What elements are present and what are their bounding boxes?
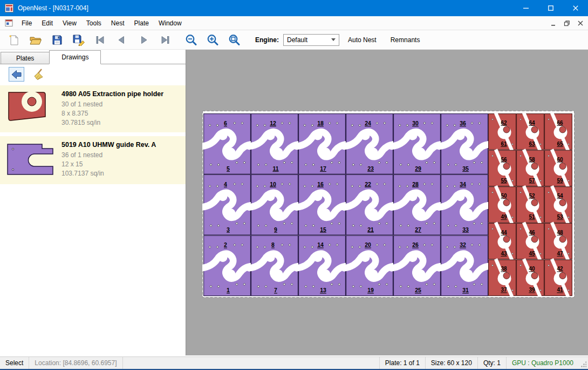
nest-part-pair-red[interactable]: 4645: [517, 223, 544, 260]
part-number: 63: [529, 141, 535, 147]
nest-part-pair-purple[interactable]: 2625: [392, 236, 442, 296]
nest-part-pair-purple[interactable]: 43: [202, 174, 252, 235]
new-button[interactable]: [6, 32, 22, 48]
save-as-button[interactable]: [71, 32, 87, 48]
last-plate-button[interactable]: [157, 32, 173, 48]
mdi-restore-icon: [564, 20, 570, 26]
minimize-button[interactable]: [514, 0, 538, 16]
nest-part-pair-red[interactable]: 4039: [517, 259, 544, 297]
broom-icon: [32, 68, 45, 81]
nest-part-pair-purple[interactable]: 2827: [392, 174, 442, 235]
nest-part-pair-purple[interactable]: 2221: [344, 174, 395, 235]
part-number: 38: [501, 266, 507, 272]
part-number: 50: [501, 193, 507, 199]
open-button[interactable]: [28, 32, 44, 48]
nest-part-pair-purple[interactable]: 3635: [439, 114, 490, 174]
zoom-in-button[interactable]: [205, 32, 221, 48]
nest-part-pair-red[interactable]: 3837: [489, 259, 516, 297]
resize-grip[interactable]: [579, 357, 588, 369]
part-thumbnail-4980: [5, 89, 56, 127]
engine-label: Engine:: [255, 36, 279, 44]
maximize-icon: [548, 5, 553, 11]
menu-plate[interactable]: Plate: [129, 17, 154, 30]
part-number: 7: [274, 287, 277, 293]
nest-part-pair-red[interactable]: 5049: [489, 186, 516, 224]
nest-part-pair-red[interactable]: 6261: [489, 113, 516, 151]
mdi-restore-button[interactable]: [561, 18, 573, 29]
drawing-item-5019[interactable]: 5019 A10 UHMW guide Rev. A 36 of 1 neste…: [0, 136, 186, 184]
nest-part-pair-red[interactable]: 6059: [545, 150, 572, 187]
nest-part-pair-purple[interactable]: 2423: [344, 114, 395, 174]
nest-part-pair-purple[interactable]: 21: [202, 236, 252, 296]
mdi-minimize-button[interactable]: [548, 18, 559, 29]
nest-part-pair-red[interactable]: 4443: [489, 223, 516, 260]
nest-part-pair-purple[interactable]: 2019: [344, 236, 395, 296]
save-button[interactable]: [49, 32, 65, 48]
plate-svg[interactable]: 6512111817242330293635431091615222128273…: [202, 111, 575, 298]
auto-nest-button[interactable]: Auto Nest: [343, 33, 382, 47]
menu-tools[interactable]: Tools: [81, 17, 106, 30]
part-thumbnail-5019: [5, 139, 56, 179]
part-number: 24: [365, 120, 371, 126]
previous-plate-button[interactable]: [114, 32, 130, 48]
nest-part-pair-red[interactable]: 4241: [545, 259, 572, 297]
menu-nest[interactable]: Nest: [106, 17, 129, 30]
part-number: 11: [272, 165, 278, 172]
part-number: 17: [320, 165, 326, 172]
red-part-core: [28, 97, 36, 106]
nest-part-pair-purple[interactable]: 109: [249, 174, 300, 235]
tab-plates[interactable]: Plates: [1, 52, 50, 64]
nest-canvas[interactable]: 6512111817242330293635431091615222128273…: [186, 50, 588, 355]
part-number: 43: [501, 251, 507, 257]
app-icon[interactable]: [5, 4, 13, 12]
part-number: 57: [529, 178, 535, 184]
send-to-nest-button[interactable]: [9, 67, 24, 82]
nest-part-pair-purple[interactable]: 65: [202, 114, 252, 174]
part-number: 10: [270, 181, 276, 187]
remnants-button[interactable]: Remnants: [385, 33, 426, 47]
drawing-title: 4980 A05 Extraction pipe holder: [61, 90, 163, 98]
drawing-item-4980[interactable]: 4980 A05 Extraction pipe holder 30 of 1 …: [0, 85, 186, 132]
nest-part-pair-purple[interactable]: 1817: [297, 114, 347, 174]
nest-part-pair-purple[interactable]: 3231: [439, 236, 490, 296]
first-plate-button[interactable]: [92, 32, 108, 48]
zoom-out-icon: [184, 33, 199, 46]
part-number: 53: [557, 214, 563, 220]
engine-value: Default: [287, 36, 307, 44]
menu-edit[interactable]: Edit: [37, 17, 58, 30]
arrow-left-icon: [11, 69, 23, 80]
close-button[interactable]: [563, 0, 588, 16]
nest-part-pair-red[interactable]: 5251: [517, 186, 544, 224]
nest-part-pair-red[interactable]: 4847: [545, 223, 572, 260]
nest-part-pair-purple[interactable]: 87: [249, 236, 300, 296]
window-title: OpenNest - [N0317-004]: [18, 4, 88, 12]
engine-select[interactable]: Default: [283, 34, 339, 46]
menu-file[interactable]: File: [17, 17, 37, 30]
part-number: 25: [415, 287, 421, 293]
document-icon[interactable]: [5, 19, 13, 27]
nest-part-pair-purple[interactable]: 1413: [297, 236, 347, 296]
main-area: Plates Drawings: [0, 50, 588, 355]
menu-window[interactable]: Window: [154, 17, 187, 30]
mdi-close-button[interactable]: [575, 18, 586, 29]
part-number: 22: [365, 181, 371, 187]
next-plate-button[interactable]: [135, 32, 152, 48]
nest-part-pair-purple[interactable]: 1615: [297, 174, 347, 235]
nest-part-pair-purple[interactable]: 3433: [439, 174, 490, 235]
zoom-out-button[interactable]: [183, 32, 200, 48]
tab-drawings[interactable]: Drawings: [49, 50, 101, 64]
open-folder-icon: [29, 34, 42, 46]
nest-part-pair-red[interactable]: 5655: [489, 150, 516, 187]
zoom-fit-button[interactable]: [227, 32, 243, 48]
nest-part-pair-red[interactable]: 5453: [545, 186, 572, 224]
zoom-fit-icon: [228, 33, 242, 46]
clear-button[interactable]: [31, 67, 46, 82]
nest-part-pair-red[interactable]: 5857: [517, 150, 544, 187]
nest-part-pair-red[interactable]: 6463: [517, 113, 544, 151]
nest-part-pair-red[interactable]: 6665: [545, 113, 572, 151]
nest-part-pair-purple[interactable]: 3029: [392, 114, 442, 174]
menu-view[interactable]: View: [58, 17, 81, 30]
maximize-button[interactable]: [538, 0, 563, 16]
nest-part-pair-purple[interactable]: 1211: [249, 114, 300, 174]
zoom-in-icon: [206, 33, 220, 46]
